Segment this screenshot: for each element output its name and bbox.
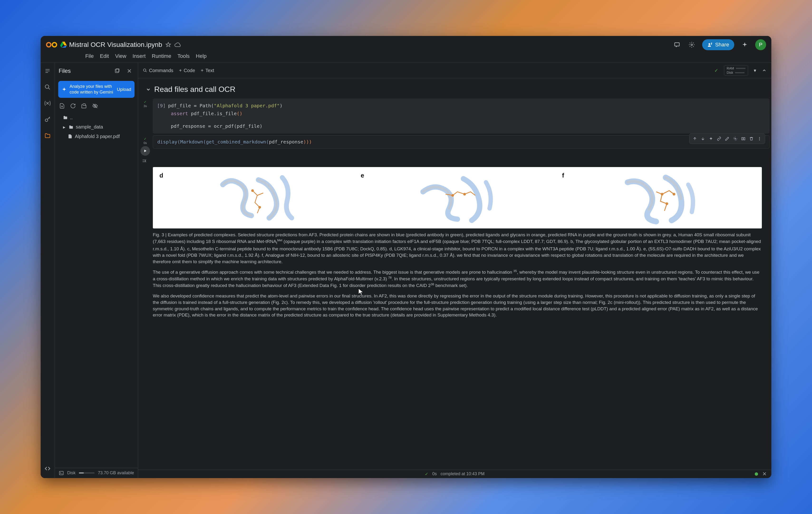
share-button[interactable]: Share [702, 39, 734, 50]
add-text-button[interactable]: +Text [201, 68, 214, 73]
menu-view[interactable]: View [115, 53, 126, 59]
svg-point-16 [759, 137, 760, 138]
notebook-filename[interactable]: Mistral OCR Visualization.ipynb [69, 41, 162, 49]
menu-runtime[interactable]: Runtime [152, 53, 171, 59]
gemini-cell-icon[interactable] [707, 135, 715, 142]
section-title: Read files and call OCR [154, 85, 235, 94]
mirror-cell-icon[interactable] [740, 135, 747, 142]
code-editor[interactable]: [9]pdf_file = Path("Alphafold 3 paper.pd… [153, 99, 770, 134]
delete-cell-icon[interactable] [748, 135, 755, 142]
menu-edit[interactable]: Edit [100, 53, 109, 59]
secrets-key-icon[interactable] [43, 115, 52, 124]
mount-drive-icon[interactable] [81, 103, 87, 109]
close-panel-icon[interactable] [124, 66, 134, 76]
code-cell-2[interactable]: ✓ 0s display(Markdown(get_combined_markd… [138, 135, 771, 156]
panel-label: e [361, 172, 364, 179]
svg-point-19 [252, 190, 253, 192]
svg-rect-8 [115, 69, 119, 73]
comment-icon[interactable] [673, 40, 681, 49]
panel-label: d [160, 172, 163, 179]
tree-parent-label: .. [70, 115, 73, 120]
more-cell-icon[interactable] [756, 135, 763, 142]
svg-point-24 [666, 203, 668, 205]
figure-panel-d: d [157, 170, 355, 225]
table-of-contents-icon[interactable] [43, 66, 52, 76]
cell-status-check-icon: ✓ [144, 100, 147, 104]
svg-point-20 [259, 206, 261, 208]
variables-icon[interactable] [43, 99, 52, 108]
move-down-icon[interactable] [699, 135, 706, 142]
output-toggle-icon[interactable] [141, 157, 148, 165]
colab-window: Mistral OCR Visualization.ipynb Share [41, 36, 771, 478]
terminal-icon[interactable] [59, 470, 64, 476]
edit-cell-icon[interactable] [724, 135, 731, 142]
code-editor[interactable]: display(Markdown(get_combined_markdown(p… [153, 135, 770, 148]
figure-panel-e: e [359, 170, 556, 225]
upload-file-icon[interactable] [59, 103, 65, 109]
hidden-files-icon[interactable] [92, 103, 98, 109]
commands-label: Commands [149, 68, 173, 73]
new-window-icon[interactable] [112, 66, 122, 76]
upload-button[interactable]: Upload [117, 87, 131, 92]
cell-prompt-number: [9] [157, 103, 166, 109]
collapse-up-icon[interactable] [762, 68, 766, 73]
notebook-scroll[interactable]: Read files and call OCR ✓ 3s [9]pdf_file… [138, 78, 771, 470]
menu-tools[interactable]: Tools [177, 53, 190, 59]
svg-point-7 [46, 119, 48, 121]
svg-rect-2 [675, 43, 679, 46]
link-cell-icon[interactable] [716, 135, 723, 142]
svg-point-13 [735, 138, 736, 139]
svg-point-23 [661, 193, 663, 195]
star-icon[interactable] [166, 42, 171, 48]
files-panel-footer: Disk 73.70 GB available [55, 468, 138, 478]
svg-rect-15 [744, 138, 745, 140]
commands-button[interactable]: Commands [143, 68, 173, 73]
gemini-banner-text: Analyze your files with code written by … [70, 84, 114, 95]
svg-point-17 [759, 138, 760, 139]
panel-label: f [562, 172, 564, 179]
files-panel: Files Analyze your files with code writt… [55, 63, 138, 478]
status-check-icon: ✓ [425, 471, 428, 477]
titlebar: Mistral OCR Visualization.ipynb Share [41, 36, 771, 50]
cloud-sync-icon[interactable] [174, 43, 181, 47]
tree-parent-dir[interactable]: .. [57, 113, 136, 122]
menu-help[interactable]: Help [196, 53, 207, 59]
svg-point-25 [673, 193, 675, 195]
refresh-icon[interactable] [70, 103, 76, 109]
main-area: Files Analyze your files with code writt… [41, 62, 771, 478]
settings-icon[interactable] [688, 40, 696, 49]
files-folder-icon[interactable] [43, 131, 52, 140]
cell-settings-icon[interactable] [732, 135, 739, 142]
status-close-icon[interactable]: ✕ [762, 471, 766, 477]
menu-insert[interactable]: Insert [133, 53, 145, 59]
disk-usage-bar [79, 472, 95, 474]
section-header[interactable]: Read files and call OCR [138, 83, 771, 99]
code-cell-1[interactable]: ✓ 3s [9]pdf_file = Path("Alphafold 3 pap… [138, 99, 771, 134]
tree-folder-label: sample_data [76, 124, 103, 130]
chevron-right-icon: ▸ [63, 124, 66, 130]
gemini-sparkle-icon[interactable] [741, 40, 749, 49]
move-up-icon[interactable] [691, 135, 698, 142]
tree-file-alphafold-pdf[interactable]: Alphafold 3 paper.pdf [57, 132, 136, 141]
add-code-button[interactable]: +Code [179, 68, 195, 73]
gemini-analyze-banner[interactable]: Analyze your files with code written by … [58, 81, 135, 98]
code-brackets-icon[interactable] [43, 464, 52, 473]
svg-rect-11 [59, 471, 63, 475]
svg-point-18 [759, 140, 760, 140]
add-code-label: Code [184, 68, 195, 73]
tree-folder-sample-data[interactable]: ▸ sample_data [57, 122, 136, 132]
output-markdown: Fig. 3 | Examples of predicted complexes… [153, 232, 771, 327]
svg-point-1 [52, 43, 57, 47]
notebook-content: Commands +Code +Text ✓ RAM Disk ▾ [138, 63, 771, 478]
user-avatar[interactable]: P [755, 39, 766, 50]
resource-dropdown-icon[interactable]: ▾ [754, 67, 756, 73]
menu-file[interactable]: File [85, 53, 94, 59]
cell-exec-time: 0s [144, 141, 147, 145]
disk-resource-label: Disk [727, 71, 733, 75]
search-icon[interactable] [43, 82, 52, 92]
svg-point-21 [452, 194, 454, 196]
resource-indicator[interactable]: RAM Disk [724, 65, 748, 76]
run-cell-button[interactable] [141, 146, 150, 156]
colab-logo-icon[interactable] [46, 41, 57, 48]
status-text: completed at 10:43 PM [440, 471, 485, 477]
